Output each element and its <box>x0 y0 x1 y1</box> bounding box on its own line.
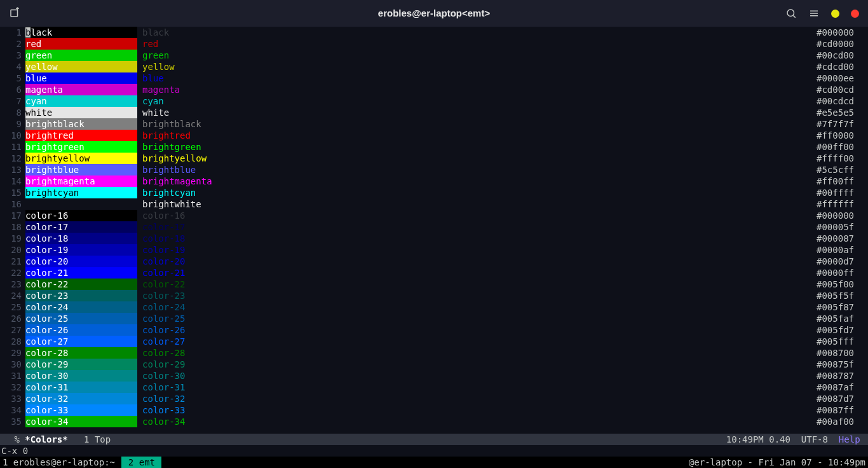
color-hex: #00cd00 <box>817 50 868 61</box>
color-swatch: brightyellow <box>25 153 137 164</box>
color-hex: #ffff00 <box>817 153 868 164</box>
line-number: 23 <box>0 279 25 290</box>
color-swatch: green <box>25 50 137 61</box>
line-number: 32 <box>0 382 25 393</box>
color-row: 1blackblack#000000 <box>0 27 868 38</box>
tmux-window-1[interactable]: 1 erobles@er-laptop:~ <box>1 457 121 468</box>
search-icon[interactable] <box>785 8 797 19</box>
color-name: color-30 <box>137 370 185 382</box>
color-row: 7cyancyan#00cdcd <box>0 95 868 107</box>
color-name: color-25 <box>137 313 185 324</box>
color-row: 17color-16color-16#000000 <box>0 210 868 221</box>
color-hex: #0087d7 <box>817 393 868 404</box>
color-name: magenta <box>137 84 180 95</box>
color-hex: #005faf <box>817 313 868 324</box>
color-name: brightmagenta <box>137 176 212 187</box>
color-swatch: brightgreen <box>25 141 137 153</box>
color-name: color-24 <box>137 301 185 313</box>
color-swatch: color-33 <box>25 404 137 416</box>
line-number: 19 <box>0 233 25 244</box>
line-number: 9 <box>0 118 25 130</box>
color-name: cyan <box>137 95 164 107</box>
color-row: 29color-28color-28#008700 <box>0 347 868 359</box>
color-swatch: brightblack <box>25 118 137 130</box>
color-row: 32color-31color-31#0087af <box>0 382 868 393</box>
color-row: 5blueblue#0000ee <box>0 72 868 84</box>
minimize-dot[interactable] <box>831 10 839 18</box>
color-row: 27color-26color-26#005fd7 <box>0 324 868 336</box>
color-hex: #005fff <box>817 336 868 347</box>
color-swatch: color-30 <box>25 370 137 382</box>
color-hex: #0000d7 <box>817 256 868 267</box>
color-name: yellow <box>137 61 175 72</box>
color-name: brightyellow <box>137 153 207 164</box>
color-hex: #cd00cd <box>817 84 868 95</box>
line-number: 15 <box>0 187 25 198</box>
menu-icon[interactable] <box>808 8 820 19</box>
color-row: 25color-24color-24#005f87 <box>0 301 868 313</box>
color-swatch: color-22 <box>25 279 137 290</box>
color-row: 19color-18color-18#000087 <box>0 233 868 244</box>
color-name: color-17 <box>137 221 185 233</box>
tmux-window-2[interactable]: 2 emt <box>121 457 161 468</box>
modeline-time: 10:49PM <box>726 434 764 445</box>
minibuffer[interactable]: C-x 0 <box>0 445 868 457</box>
modeline-position: 1 Top <box>68 434 111 445</box>
close-dot[interactable] <box>851 10 859 18</box>
color-hex: #000087 <box>817 233 868 244</box>
color-name: white <box>137 107 169 118</box>
color-name: color-29 <box>137 359 185 370</box>
color-swatch: color-27 <box>25 336 137 347</box>
color-name: color-18 <box>137 233 185 244</box>
modeline-help[interactable]: Help <box>839 434 860 445</box>
color-hex: #0000ff <box>817 267 868 279</box>
line-number: 8 <box>0 107 25 118</box>
line-number: 20 <box>0 244 25 256</box>
line-number: 3 <box>0 50 25 61</box>
color-hex: #000000 <box>817 210 868 221</box>
terminal-buffer[interactable]: 1blackblack#0000002redred#cd00003greengr… <box>0 27 868 434</box>
modeline-encoding: UTF-8 <box>801 434 828 445</box>
color-name: color-19 <box>137 244 185 256</box>
color-swatch: blue <box>25 72 137 84</box>
line-number: 29 <box>0 347 25 359</box>
line-number: 27 <box>0 324 25 336</box>
line-number: 18 <box>0 221 25 233</box>
line-number: 7 <box>0 95 25 107</box>
line-number: 17 <box>0 210 25 221</box>
color-hex: #008787 <box>817 370 868 382</box>
color-name: brightblue <box>137 164 196 176</box>
color-hex: #00cdcd <box>817 95 868 107</box>
color-name: color-28 <box>137 347 185 359</box>
line-number: 35 <box>0 416 25 427</box>
line-number: 12 <box>0 153 25 164</box>
color-name: blue <box>137 72 164 84</box>
color-hex: #cdcd00 <box>817 61 868 72</box>
titlebar: erobles@er-laptop<emt> <box>0 0 868 27</box>
color-hex: #00005f <box>817 221 868 233</box>
color-row: 30color-29color-29#00875f <box>0 359 868 370</box>
color-swatch: color-29 <box>25 359 137 370</box>
color-hex: #0000af <box>817 244 868 256</box>
line-number: 1 <box>0 27 25 38</box>
svg-point-3 <box>787 10 794 17</box>
color-name: brightgreen <box>137 141 201 153</box>
line-number: 28 <box>0 336 25 347</box>
color-hex: #005f5f <box>817 290 868 301</box>
color-name: green <box>137 50 169 61</box>
color-swatch: color-19 <box>25 244 137 256</box>
modeline-load: 0.40 <box>769 434 790 445</box>
color-row: 18color-17color-17#00005f <box>0 221 868 233</box>
line-number: 13 <box>0 164 25 176</box>
color-hex: #e5e5e5 <box>817 107 868 118</box>
color-swatch: color-20 <box>25 256 137 267</box>
color-row: 6magentamagenta#cd00cd <box>0 84 868 95</box>
color-swatch: white <box>25 107 137 118</box>
color-row: 13brightbluebrightblue#5c5cff <box>0 164 868 176</box>
color-name: color-26 <box>137 324 185 336</box>
new-tab-icon[interactable] <box>9 7 22 20</box>
color-name: color-23 <box>137 290 185 301</box>
color-row: 12brightyellowbrightyellow#ffff00 <box>0 153 868 164</box>
color-row: 35color-34color-34#00af00 <box>0 416 868 427</box>
line-number: 21 <box>0 256 25 267</box>
